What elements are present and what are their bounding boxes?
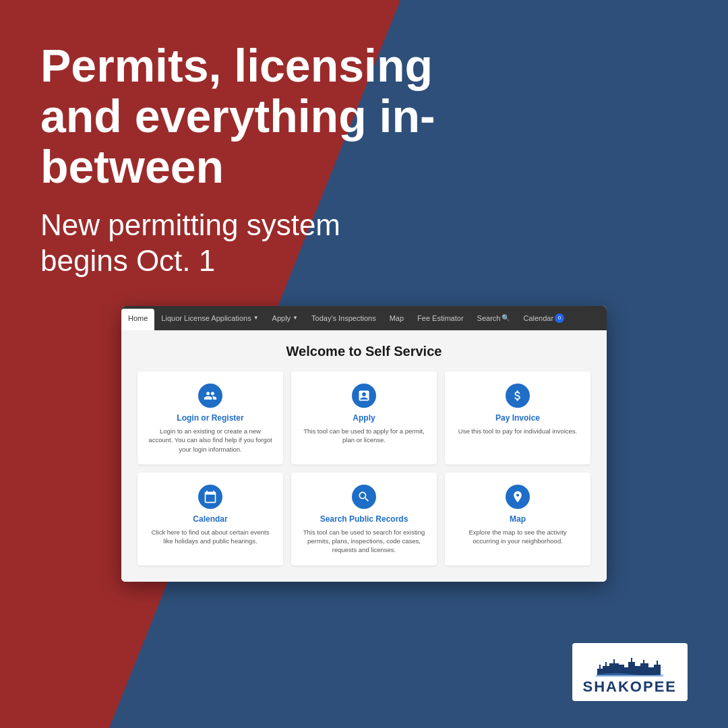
nav-item-inspections[interactable]: Today's Inspections <box>305 306 383 330</box>
svg-rect-12 <box>643 660 644 663</box>
cards-grid: Login or Register Login to an existing o… <box>138 371 590 566</box>
card-calendar-desc: Click here to find out about certain eve… <box>148 528 272 546</box>
card-apply-desc: This tool can be used to apply for a per… <box>302 427 426 445</box>
apply-icon <box>352 384 376 408</box>
svg-rect-10 <box>635 666 640 675</box>
svg-rect-15 <box>657 661 658 665</box>
login-register-icon <box>198 384 222 408</box>
main-headline: Permits, licensing and everything in-bet… <box>40 40 479 191</box>
card-login-register-desc: Login to an existing or create a new acc… <box>148 427 272 454</box>
card-apply[interactable]: Apply This tool can be used to apply for… <box>291 371 437 464</box>
card-search-public-records-desc: This tool can be used to search for exis… <box>302 528 426 555</box>
pay-invoice-icon <box>506 384 530 408</box>
browser-body: Welcome to Self Service Login or Registe… <box>121 330 607 582</box>
nav-item-calendar[interactable]: Calendar 0 <box>516 306 571 330</box>
svg-rect-13 <box>648 667 654 675</box>
svg-rect-11 <box>640 663 648 675</box>
card-login-register-title: Login or Register <box>148 413 272 423</box>
sub-headline: New permitting system begins Oct. 1 <box>40 208 431 279</box>
svg-rect-3 <box>605 662 607 666</box>
main-content: Permits, licensing and everything in-bet… <box>0 0 728 728</box>
card-calendar[interactable]: Calendar Click here to find out about ce… <box>138 473 283 566</box>
logo-box: SHAKOPEE <box>572 643 688 701</box>
shakopee-skyline-icon <box>596 650 663 677</box>
nav-item-apply[interactable]: Apply ▼ <box>266 306 305 330</box>
welcome-title: Welcome to Self Service <box>138 344 590 359</box>
card-search-public-records-title: Search Public Records <box>302 514 426 524</box>
nav-item-map[interactable]: Map <box>383 306 411 330</box>
card-pay-invoice[interactable]: Pay Invoice Use this tool to pay for ind… <box>445 371 590 464</box>
logo-area: SHAKOPEE <box>572 643 688 701</box>
svg-rect-8 <box>628 662 635 675</box>
calendar-icon <box>198 485 222 509</box>
card-pay-invoice-desc: Use this tool to pay for individual invo… <box>456 427 580 435</box>
search-public-records-icon <box>352 485 376 509</box>
card-calendar-title: Calendar <box>148 514 272 524</box>
map-icon <box>506 485 530 509</box>
browser-mockup: Home Liquor License Applications ▼ Apply… <box>121 306 607 582</box>
card-login-register[interactable]: Login or Register Login to an existing o… <box>138 371 283 464</box>
svg-rect-14 <box>654 665 661 675</box>
svg-rect-5 <box>613 659 615 663</box>
logo-text: SHAKOPEE <box>583 678 677 696</box>
card-map[interactable]: Map Explore the map to see the activity … <box>445 473 590 566</box>
nav-item-liquor[interactable]: Liquor License Applications ▼ <box>154 306 265 330</box>
card-map-title: Map <box>456 514 580 524</box>
card-map-desc: Explore the map to see the activity occu… <box>456 528 580 546</box>
card-pay-invoice-title: Pay Invoice <box>456 413 580 423</box>
nav-bar: Home Liquor License Applications ▼ Apply… <box>121 306 607 330</box>
card-search-public-records[interactable]: Search Public Records This tool can be u… <box>291 473 437 566</box>
nav-item-home[interactable]: Home <box>121 309 154 330</box>
card-apply-title: Apply <box>302 413 426 423</box>
nav-item-search[interactable]: Search 🔍 <box>471 306 517 330</box>
svg-rect-1 <box>599 665 601 669</box>
svg-rect-9 <box>631 658 632 662</box>
nav-item-fee-estimator[interactable]: Fee Estimator <box>411 306 470 330</box>
